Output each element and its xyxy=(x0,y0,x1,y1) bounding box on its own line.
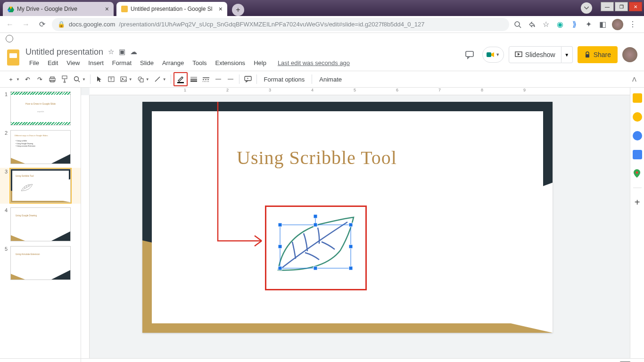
last-edit-link[interactable]: Last edit was seconds ago xyxy=(274,58,354,67)
add-addon-button[interactable]: + xyxy=(633,197,642,207)
animate-button[interactable]: Animate xyxy=(314,76,347,83)
line-end-button[interactable] xyxy=(224,73,237,85)
shape-tool[interactable] xyxy=(134,73,147,85)
slide-thumbnail-3-selected[interactable]: Using Scribble Tool xyxy=(10,169,71,203)
menu-edit[interactable]: Edit xyxy=(44,58,62,67)
doc-title[interactable]: Untitled presentation xyxy=(25,47,103,57)
comment-button[interactable]: + xyxy=(242,73,254,85)
close-icon[interactable]: × xyxy=(105,5,109,13)
move-icon[interactable]: ▣ xyxy=(119,48,125,56)
slideshow-button[interactable]: Slideshow xyxy=(509,46,561,63)
svg-rect-44 xyxy=(314,214,317,218)
paint-format-button[interactable] xyxy=(58,73,71,85)
svg-rect-42 xyxy=(314,266,317,270)
menu-view[interactable]: View xyxy=(63,58,83,67)
zoom-dropdown[interactable]: ▼ xyxy=(82,77,88,82)
new-slide-dropdown[interactable]: ▼ xyxy=(16,77,22,82)
share-button[interactable]: Share xyxy=(578,46,618,63)
line-color-button[interactable] xyxy=(173,72,188,86)
close-window-button[interactable]: ✕ xyxy=(629,2,642,11)
share-page-icon[interactable] xyxy=(527,20,537,29)
slide-thumbnail-1[interactable]: How to Draw in Google Slide ampoolslot xyxy=(10,91,71,125)
menu-insert[interactable]: Insert xyxy=(84,58,107,67)
line-tool[interactable] xyxy=(151,73,164,85)
minimize-button[interactable]: — xyxy=(601,2,614,11)
menu-tools[interactable]: Tools xyxy=(189,58,210,67)
cloud-status-icon[interactable]: ☁ xyxy=(130,48,137,56)
thumbnail-row[interactable]: 4 Using Google Drawing xyxy=(0,206,81,242)
undo-button[interactable]: ↶ xyxy=(22,73,34,85)
back-button[interactable]: ← xyxy=(4,18,16,31)
calendar-icon[interactable] xyxy=(633,93,642,103)
forward-button[interactable]: → xyxy=(20,18,32,31)
line-dash-button[interactable] xyxy=(200,73,212,85)
svg-point-3 xyxy=(515,22,520,26)
extension-cast-icon[interactable]: ⟫ xyxy=(570,20,579,29)
keep-icon[interactable] xyxy=(633,112,642,122)
slide-thumbnail-4[interactable]: Using Google Drawing xyxy=(10,207,71,241)
menu-help[interactable]: Help xyxy=(250,58,270,67)
tasks-icon[interactable] xyxy=(633,131,642,140)
thumbnail-row[interactable]: 2 Different ways to Draw in Google Slide… xyxy=(0,129,81,165)
print-button[interactable] xyxy=(46,73,58,85)
svg-rect-43 xyxy=(349,266,353,270)
thumbnail-row[interactable]: 3 Using Scribble Tool xyxy=(0,168,81,204)
star-icon[interactable]: ☆ xyxy=(108,48,114,56)
tab-overflow-button[interactable] xyxy=(581,2,592,14)
slideshow-dropdown[interactable]: ▼ xyxy=(561,46,573,63)
slide-number: 3 xyxy=(3,169,8,203)
url-field[interactable]: 🔒 docs.google.com/presentation/d/1UhAwPq… xyxy=(52,18,509,31)
bookmark-icon[interactable]: ☆ xyxy=(541,20,551,29)
scribble-drawing[interactable] xyxy=(274,213,359,276)
zoom-button[interactable] xyxy=(71,73,83,85)
new-slide-button[interactable]: + xyxy=(5,73,17,85)
slide-thumbnail-5[interactable]: Using Annotate Extension xyxy=(10,246,71,280)
line-dropdown[interactable]: ▼ xyxy=(163,77,168,82)
new-tab-button[interactable]: + xyxy=(232,4,244,16)
canvas[interactable]: 1 2 3 4 5 6 7 8 9 Using Scribble Tool xyxy=(81,88,630,358)
maps-icon[interactable] xyxy=(633,169,642,178)
extension-ghostery-icon[interactable]: ◉ xyxy=(555,20,565,29)
reload-button[interactable]: ⟳ xyxy=(36,18,48,31)
close-icon[interactable]: × xyxy=(219,5,223,13)
menu-arrange[interactable]: Arrange xyxy=(158,58,188,67)
zoom-icon[interactable] xyxy=(513,20,522,29)
thumbnail-row[interactable]: 5 Using Annotate Extension xyxy=(0,245,81,281)
browser-tab-drive[interactable]: My Drive - Google Drive × xyxy=(3,2,114,16)
extensions-icon[interactable]: ✦ xyxy=(584,20,593,29)
chrome-menu-icon[interactable]: ⋮ xyxy=(628,20,637,29)
menu-file[interactable]: File xyxy=(25,58,43,67)
slides-logo[interactable] xyxy=(4,46,23,69)
meet-button[interactable]: ▼ xyxy=(482,47,504,63)
textbox-tool[interactable]: T xyxy=(105,73,117,85)
line-start-button[interactable] xyxy=(212,73,224,85)
redo-button[interactable]: ↷ xyxy=(34,73,46,85)
browser-tab-strip: My Drive - Google Drive × Untitled prese… xyxy=(0,0,644,16)
slide-thumbnail-2[interactable]: Different ways to Draw in Google Slides … xyxy=(10,130,71,164)
slide-canvas[interactable]: Using Scribble Tool xyxy=(142,102,553,333)
comments-button[interactable] xyxy=(462,47,478,63)
account-avatar[interactable] xyxy=(622,47,637,62)
globe-icon[interactable] xyxy=(6,35,13,42)
annotation-arrow xyxy=(217,102,269,248)
shape-dropdown[interactable]: ▼ xyxy=(146,77,151,82)
menu-extensions[interactable]: Extensions xyxy=(212,58,249,67)
select-tool[interactable] xyxy=(93,73,105,85)
image-dropdown[interactable]: ▼ xyxy=(129,77,134,82)
menu-format[interactable]: Format xyxy=(108,58,135,67)
line-weight-button[interactable] xyxy=(188,73,200,85)
maximize-button[interactable]: ❐ xyxy=(615,2,628,11)
browser-tab-slides[interactable]: Untitled presentation - Google Sl × xyxy=(116,2,227,16)
thumbnail-row[interactable]: 1 How to Draw in Google Slide ampoolslot xyxy=(0,90,81,126)
slides-icon xyxy=(121,6,128,12)
menu-slide[interactable]: Slide xyxy=(136,58,157,67)
bottom-bar: ‹ Click to add speaker notes ✦ › xyxy=(0,358,644,362)
collapse-toolbar-button[interactable]: ᐱ xyxy=(629,74,639,84)
format-options-button[interactable]: Format options xyxy=(259,76,310,83)
side-panel-icon[interactable]: ◧ xyxy=(598,20,607,29)
filmstrip[interactable]: 1 How to Draw in Google Slide ampoolslot… xyxy=(0,88,81,358)
contacts-icon[interactable] xyxy=(633,150,642,159)
profile-avatar[interactable] xyxy=(612,19,623,30)
svg-rect-36 xyxy=(278,223,282,227)
image-tool[interactable] xyxy=(117,73,130,85)
